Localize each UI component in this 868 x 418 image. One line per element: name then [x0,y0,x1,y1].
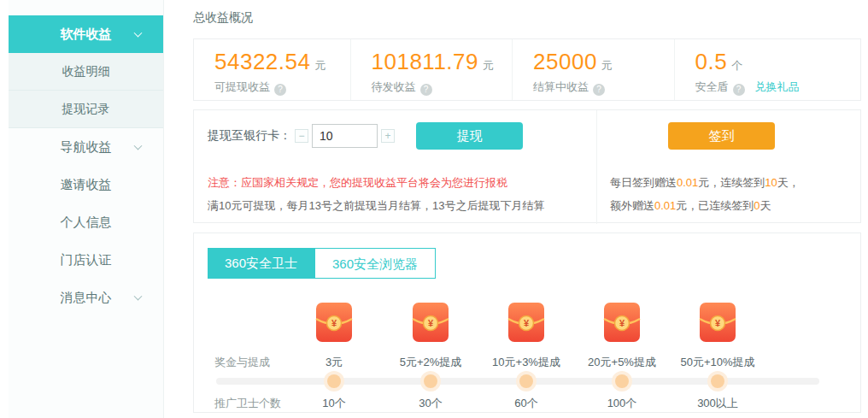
svg-text:¥: ¥ [715,318,721,328]
milestone-dot[interactable] [519,374,533,388]
chevron-down-icon [134,292,143,301]
stat-withdrawable: 54322.54元 可提现收益? [194,39,351,100]
withdraw-amount-input[interactable] [312,124,378,148]
tab-360-safeguard[interactable]: 360安全卫士 [208,248,314,279]
milestone-bonus: 50元+10%提成 [666,355,769,370]
chevron-down-icon [134,142,143,150]
red-envelope-icon: ¥ [507,302,545,343]
sidebar-item-nav-earnings[interactable]: 导航收益 [9,128,163,166]
milestone-bonus: 10元+3%提成 [475,355,578,370]
red-envelope-icon: ¥ [315,302,353,343]
sidebar-item-label: 个人信息 [61,215,112,231]
stat-label: 可提现收益? [214,79,350,96]
stat-value: 25000 [533,49,597,74]
page-title: 总收益概况 [193,10,253,26]
stat-value: 54322.54 [214,49,310,74]
help-icon[interactable]: ? [593,84,605,96]
sidebar-item-label: 提现记录 [62,102,110,117]
sidebar-item-store-certification[interactable]: 门店认证 [9,241,163,279]
sidebar-item-label: 邀请收益 [61,177,112,193]
milestone-dot[interactable] [327,374,341,388]
sidebar-item-software-earnings[interactable]: 软件收益 [9,15,163,53]
stat-unit: 元 [601,59,613,72]
tab-360-browser[interactable]: 360安全浏览器 [314,248,436,279]
product-tabs: 360安全卫士 360安全浏览器 [208,248,436,279]
stat-value: 0.5 [695,49,728,74]
earnings-dashboard: 软件收益 收益明细 提现记录 导航收益 邀请收益 个人信息 门店认证 消息中心 … [0,0,868,418]
stat-unit: 个 [731,59,742,72]
stat-settling: 25000元 结算中收益? [513,39,675,100]
milestone-dot[interactable] [711,374,724,388]
help-icon[interactable]: ? [274,84,286,96]
milestone-dot[interactable] [424,374,437,388]
withdraw-zone: 提现至银行卡： − + 提现 注意：应国家相关规定，您的提现收益平台将会为您进行… [194,110,596,224]
help-icon[interactable]: ? [733,84,745,96]
sidebar-item-earnings-detail[interactable]: 收益明细 [9,53,163,91]
milestone-count: 100个 [571,396,673,411]
stat-value: 101811.79 [372,49,478,74]
signin-button[interactable]: 签到 [668,122,775,150]
chevron-down-icon [134,29,143,38]
milestone-bonus: 5元+2%提成 [379,355,482,370]
amount-decrement-button[interactable]: − [295,129,308,143]
signin-zone: 签到 每日签到赠送0.01元，连续签到10天， 额外赠送0.01元，已连续签到0… [596,110,861,224]
exchange-gift-link[interactable]: 兑换礼品 [755,80,800,93]
signin-rule-line2: 额外赠送0.01元，已连续签到0天 [610,198,771,214]
sidebar-item-personal-info[interactable]: 个人信息 [9,203,163,241]
help-icon[interactable]: ? [420,84,432,96]
sidebar-item-withdraw-records[interactable]: 提现记录 [9,91,163,128]
bonus-row-label: 奖金与提成 [214,355,270,370]
stat-unit: 元 [314,59,326,72]
withdraw-rules-note: 满10元可提现，每月13号之前提现当月结算，13号之后提现下月结算 [208,198,544,214]
stat-security-shield: 0.5个 安全盾?兑换礼品 [675,39,860,100]
svg-text:¥: ¥ [428,318,434,328]
signin-rule-line1: 每日签到赠送0.01元，连续签到10天， [610,175,800,191]
amount-increment-button[interactable]: + [381,129,395,143]
sidebar-item-label: 门店认证 [61,252,112,268]
promo-panel: 360安全卫士 360安全浏览器 ¥ ¥ ¥ ¥ [193,233,861,413]
sidebar-item-label: 导航收益 [61,139,112,156]
stat-label: 安全盾?兑换礼品 [695,79,860,96]
milestone-dot[interactable] [615,374,629,388]
stat-label: 结算中收益? [533,79,674,96]
stat-label: 待发收益? [372,79,513,96]
sidebar-item-label: 收益明细 [62,64,110,79]
milestone-bonus: 20元+5%提成 [571,355,673,370]
svg-text:¥: ¥ [331,318,337,328]
svg-text:¥: ¥ [619,318,625,328]
milestone-track [216,378,819,385]
red-envelope-icon: ¥ [412,302,449,343]
sidebar: 软件收益 收益明细 提现记录 导航收益 邀请收益 个人信息 门店认证 消息中心 [9,0,164,418]
count-row-label: 推广卫士个数 [214,396,281,411]
sidebar-item-label: 软件收益 [61,26,112,43]
sidebar-item-label: 消息中心 [61,290,112,306]
withdraw-button[interactable]: 提现 [416,122,523,150]
milestone-count: 30个 [379,396,482,411]
withdraw-label: 提现至银行卡： [208,128,291,144]
withdraw-row: 提现至银行卡： − + [208,122,398,150]
milestone-count: 300以上 [666,396,769,411]
sidebar-item-invite-earnings[interactable]: 邀请收益 [9,166,163,203]
total-earnings-panel: 54322.54元 可提现收益? 101811.79元 待发收益? 25000元… [193,38,861,101]
actions-panel: 提现至银行卡： − + 提现 注意：应国家相关规定，您的提现收益平台将会为您进行… [193,109,861,223]
sidebar-item-message-center[interactable]: 消息中心 [9,279,163,316]
milestone-count: 60个 [475,396,578,411]
red-envelope-icon: ¥ [603,302,641,343]
tax-warning-note: 注意：应国家相关规定，您的提现收益平台将会为您进行报税 [208,175,507,191]
red-envelope-icon: ¥ [699,302,736,343]
stat-unit: 元 [483,59,494,72]
milestone-bonus: 3元 [283,355,385,370]
svg-text:¥: ¥ [524,318,530,328]
stat-pending: 101811.79元 待发收益? [351,39,513,100]
milestone-count: 10个 [283,396,385,411]
